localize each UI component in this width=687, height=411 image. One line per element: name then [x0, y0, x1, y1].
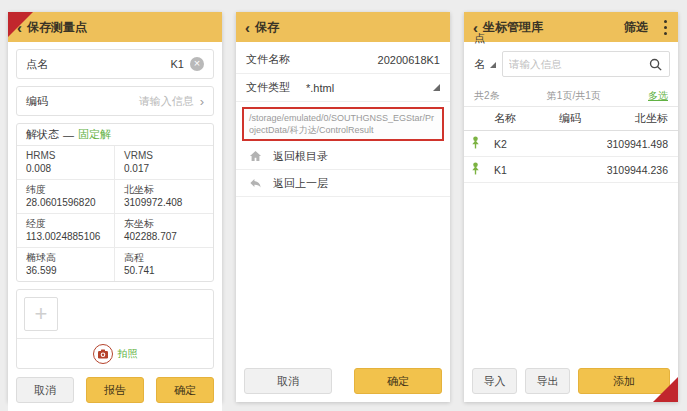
cancel-button[interactable]: 取消: [244, 368, 332, 394]
footer-actions: 导入 导出 添加: [464, 360, 678, 402]
ellipsoid-height-cell: 椭球高 36.599: [17, 248, 115, 281]
search-field-selector[interactable]: 点名: [472, 51, 498, 77]
point-tree-icon: [470, 162, 494, 177]
table-header: 名称 编码 北坐标: [464, 107, 678, 131]
titlebar: ‹ 保存测量点: [8, 12, 222, 42]
total-count: 共2条: [474, 89, 500, 103]
file-type-label: 文件类型: [246, 80, 290, 95]
search-bar: 点名: [464, 42, 678, 85]
table-row[interactable]: K2 3109941.498: [464, 131, 678, 157]
file-type-row[interactable]: 文件类型 *.html: [236, 74, 450, 102]
file-name-row[interactable]: 文件名称 20200618K1: [236, 46, 450, 74]
go-up-label: 返回上一层: [273, 176, 328, 191]
camera-icon: [93, 344, 113, 364]
page-title: 保存测量点: [27, 19, 87, 36]
footer-actions: 取消 确定: [236, 360, 450, 402]
point-name-label: 点名: [26, 57, 48, 72]
list-stats-row: 共2条 第1页/共1页 多选: [464, 85, 678, 107]
table-row[interactable]: K1 3109944.236: [464, 157, 678, 183]
dropdown-corner-icon: [433, 84, 440, 91]
file-name-label: 文件名称: [246, 52, 290, 67]
search-field-label: 点名: [474, 25, 485, 77]
filter-button[interactable]: 筛选: [624, 19, 648, 36]
screen-save-measure-point: ‹ 保存测量点 点名 K1 × 编码 请输入信息 › 解状态 — 固定解 HRM…: [8, 12, 222, 402]
multi-select-link[interactable]: 多选: [648, 89, 668, 103]
cancel-button[interactable]: 取消: [16, 377, 74, 403]
back-arrow-icon: [248, 175, 264, 191]
code-field[interactable]: 编码 请输入信息 ›: [17, 87, 213, 115]
latitude-cell: 纬度 28.0601596820: [17, 180, 115, 214]
file-name-value: 20200618K1: [378, 54, 440, 66]
take-photo-label: 拍照: [118, 347, 138, 361]
solution-separator: —: [63, 129, 74, 141]
code-label: 编码: [26, 94, 48, 109]
dropdown-corner-icon: [490, 62, 496, 68]
export-button[interactable]: 导出: [525, 368, 570, 394]
ok-button[interactable]: 确定: [156, 377, 214, 403]
row-name: K2: [494, 138, 550, 150]
overflow-menu-icon[interactable]: [662, 18, 669, 37]
go-root-label: 返回根目录: [273, 149, 328, 164]
row-north: 3109944.236: [590, 164, 668, 176]
point-name-field[interactable]: 点名 K1 ×: [17, 50, 213, 78]
row-north: 3109941.498: [590, 138, 668, 150]
solution-card: 解状态 — 固定解 HRMS 0.008 VRMS 0.017 纬度 28.06…: [16, 123, 214, 282]
footer-actions: 取消 报告 确定: [8, 369, 222, 411]
annotation-triangle-bottomright: [653, 377, 678, 402]
longitude-cell: 经度 113.0024885106: [17, 214, 115, 248]
solution-value: 固定解: [78, 127, 111, 142]
screen-coordinate-library: ‹ 坐标管理库 筛选 点名 共2条 第1页/共1页 多选 名称 编码 北坐标: [464, 12, 678, 402]
search-box: [502, 51, 670, 77]
report-button[interactable]: 报告: [86, 377, 144, 403]
chevron-right-icon: ›: [200, 94, 204, 109]
add-photo-placeholder[interactable]: +: [24, 297, 58, 331]
screen-save-file: ‹ 保存 文件名称 20200618K1 文件类型 *.html /storag…: [236, 12, 450, 402]
search-input[interactable]: [509, 58, 644, 70]
vrms-cell: VRMS 0.017: [115, 146, 213, 180]
back-icon[interactable]: ‹: [245, 20, 250, 35]
search-icon[interactable]: [648, 57, 663, 72]
coordinate-grid: HRMS 0.008 VRMS 0.017 纬度 28.0601596820 北…: [17, 146, 213, 281]
page-indicator: 第1页/共1页: [500, 89, 648, 103]
go-up-row[interactable]: 返回上一层: [236, 170, 450, 197]
col-north: 北坐标: [590, 111, 668, 126]
page-title: 保存: [255, 19, 279, 36]
clear-icon[interactable]: ×: [190, 57, 204, 71]
current-path: /storage/emulated/0/SOUTHGNSS_EGStar/Pro…: [249, 113, 434, 135]
go-root-row[interactable]: 返回根目录: [236, 143, 450, 170]
col-name: 名称: [494, 111, 550, 126]
file-type-value: *.html: [306, 82, 334, 94]
titlebar: ‹ 坐标管理库 筛选: [464, 12, 678, 42]
north-coord-cell: 北坐标 3109972.408: [115, 180, 213, 214]
hrms-cell: HRMS 0.008: [17, 146, 115, 180]
page-title: 坐标管理库: [483, 19, 543, 36]
col-code: 编码: [550, 111, 590, 126]
annotation-triangle-topleft: [8, 12, 33, 37]
titlebar: ‹ 保存: [236, 12, 450, 42]
import-button[interactable]: 导入: [472, 368, 517, 394]
elevation-cell: 高程 50.741: [115, 248, 213, 281]
code-placeholder: 请输入信息: [139, 94, 194, 109]
photo-card: + 拍照: [16, 289, 214, 369]
point-tree-icon: [470, 136, 494, 151]
solution-status-row: 解状态 — 固定解: [17, 124, 213, 146]
east-coord-cell: 东坐标 402288.707: [115, 214, 213, 248]
point-name-value: K1: [171, 58, 184, 70]
solution-label: 解状态: [26, 127, 59, 142]
take-photo-button[interactable]: 拍照: [17, 338, 213, 368]
path-highlight-box: /storage/emulated/0/SOUTHGNSS_EGStar/Pro…: [242, 107, 444, 141]
row-name: K1: [494, 164, 550, 176]
ok-button[interactable]: 确定: [354, 368, 442, 394]
home-icon: [248, 148, 264, 164]
